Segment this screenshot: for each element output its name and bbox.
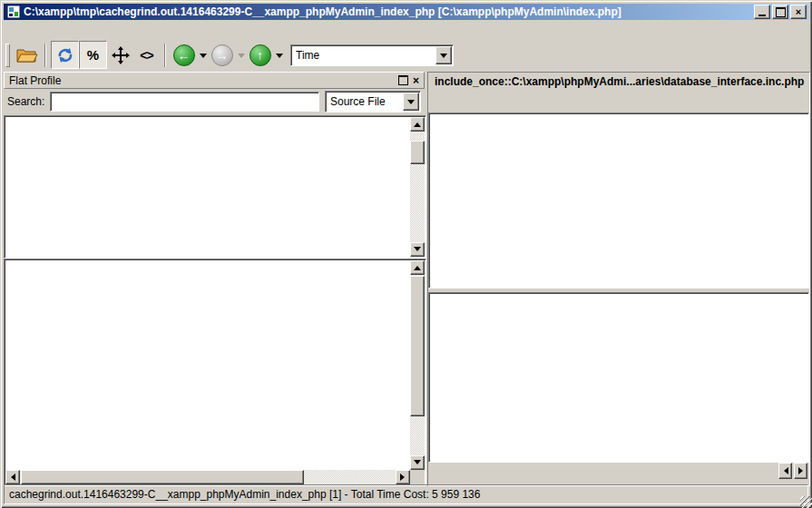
event-type-value: Time [291,49,435,62]
tabs-scroll-left-button[interactable] [778,463,792,479]
scrollbar-thumb[interactable] [21,470,304,484]
app-window: C:\xampp\tmp\cachegrind.out.1416463299-C… [0,0,812,508]
toolbar: % <> ← → ↑ Time [4,39,808,71]
expand-areas-button[interactable] [107,42,133,68]
scroll-up-button[interactable] [410,117,425,132]
shorten-templates-button[interactable]: <> [133,42,160,68]
toolbar-separator [44,44,46,67]
combo-dropdown-button[interactable] [435,46,452,64]
up-dropdown[interactable] [273,42,285,68]
menu-bar [4,21,808,39]
dock-title: Flat Profile [9,74,61,87]
arrow-right-icon [798,467,807,474]
back-icon: ← [173,44,195,66]
tab-scroll-arrows [777,463,807,479]
close-button[interactable]: × [790,5,807,19]
app-icon [7,5,20,18]
open-file-button[interactable] [14,42,40,68]
forward-dropdown[interactable] [235,42,247,68]
flat-profile-panel: Flat Profile × Search: Source File [4,72,425,484]
percent-toggle-button[interactable]: % [79,41,107,69]
source-list-header [5,117,410,134]
open-folder-icon [16,46,38,64]
close-dock-icon[interactable]: × [413,76,419,85]
chevron-down-icon [200,54,207,62]
back-button[interactable]: ← [171,42,197,68]
arrow-down-icon [414,460,421,468]
arrow-down-icon [414,247,421,255]
event-type-combobox[interactable]: Time [290,44,454,66]
toolbar-separator [164,44,166,67]
arrow-left-icon [780,467,788,474]
chevron-down-icon [238,54,245,62]
up-icon: ↑ [249,44,271,66]
up-button[interactable]: ↑ [247,42,273,68]
chevron-down-icon [276,54,283,62]
title-bar[interactable]: C:\xampp\tmp\cachegrind.out.1416463299-C… [4,4,808,20]
refresh-icon [56,46,74,64]
detail-tab-bar [432,93,809,112]
search-row: Search: Source File [4,90,425,112]
status-bar: cachegrind.out.1416463299-C__xampp_phpMy… [4,484,808,504]
maximize-button[interactable] [772,5,788,19]
function-table-header [5,260,410,278]
forward-icon: → [211,44,233,66]
minimize-icon [758,15,766,16]
dock-title-bar[interactable]: Flat Profile × [4,72,425,89]
scroll-down-button[interactable] [410,242,425,257]
combo-dropdown-button[interactable] [403,93,419,111]
arrow-up-icon [414,262,421,270]
tabs-scroll-right-button[interactable] [794,463,807,479]
vertical-scrollbar[interactable] [410,117,425,257]
scrollbar-thumb[interactable] [410,141,425,164]
callees-table [428,292,809,463]
back-dropdown[interactable] [197,42,209,68]
detail-panel: include_once::C:\xampp\phpMyAdmi...aries… [427,72,810,486]
move-arrows-icon [111,45,131,65]
selected-item-title: include_once::C:\xampp\phpMyAdmi...aries… [430,75,807,91]
arrow-up-icon [414,119,421,127]
scroll-up-button[interactable] [410,260,425,275]
function-table [4,259,426,486]
callees-header [430,294,807,312]
scrollbar-thumb[interactable] [410,276,425,416]
status-text: cachegrind.out.1416463299-C__xampp_phpMy… [9,488,480,501]
bottom-tab-bar [432,461,809,484]
cycle-relative-button[interactable] [51,41,79,69]
search-label: Search: [7,95,44,108]
search-input[interactable] [50,92,319,112]
arrow-right-icon [400,474,408,481]
grouping-combobox[interactable]: Source File [325,91,421,112]
vertical-scrollbar[interactable] [410,260,425,470]
toolbar-handle[interactable] [5,44,10,67]
scroll-left-button[interactable] [5,470,20,484]
forward-button[interactable]: → [209,42,235,68]
close-icon: × [796,7,801,16]
resize-grip[interactable] [800,496,812,508]
chevron-down-icon [407,100,415,108]
arrow-left-icon [7,474,15,481]
grouping-value: Source File [326,95,402,108]
event-types-header [430,114,807,132]
chevron-down-icon [440,54,447,62]
minimize-button[interactable] [754,5,770,19]
maximize-icon [776,7,786,17]
float-dock-icon[interactable] [398,75,408,85]
event-types-table [428,112,809,288]
scroll-down-button[interactable] [410,455,425,470]
window-title: C:\xampp\tmp\cachegrind.out.1416463299-C… [24,5,752,18]
source-file-list [4,115,426,259]
scrollbar-corner [410,470,425,484]
horizontal-scrollbar[interactable] [5,470,410,484]
scroll-right-button[interactable] [396,470,410,484]
